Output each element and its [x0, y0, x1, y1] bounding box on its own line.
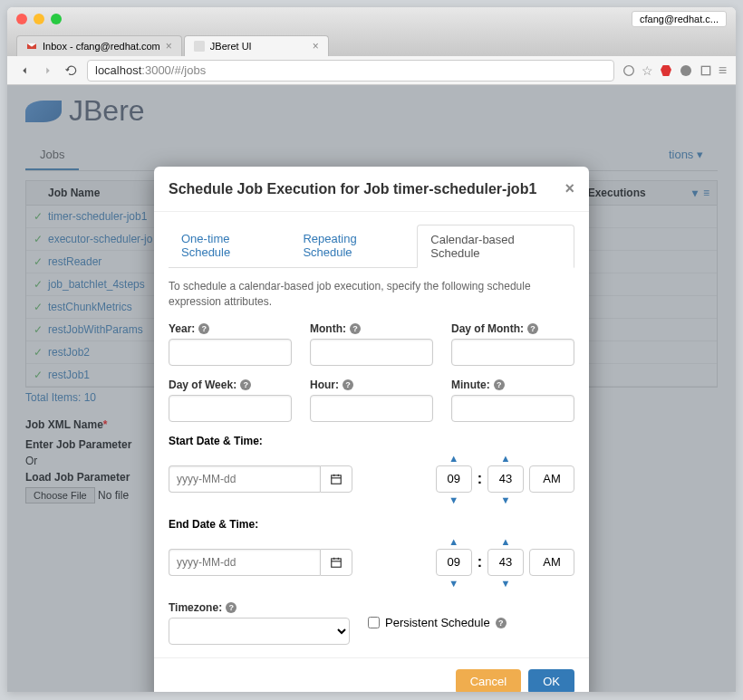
colon: :	[478, 554, 482, 571]
url-actions: ☆ ≡	[622, 62, 727, 79]
svg-rect-5	[332, 475, 342, 484]
end-min-input[interactable]	[487, 549, 524, 576]
help-icon[interactable]: ?	[494, 379, 505, 390]
tab-repeating[interactable]: Repeating Schedule	[290, 225, 417, 267]
modal-title: Schedule Job Execution for Job timer-sch…	[169, 181, 536, 197]
schedule-modal: Schedule Job Execution for Job timer-sch…	[154, 167, 589, 692]
adblock-icon[interactable]	[659, 63, 673, 78]
end-ampm-input[interactable]	[529, 549, 574, 576]
modal-tabs: One-time Schedule Repeating Schedule Cal…	[169, 225, 574, 268]
modal-close-button[interactable]: ×	[564, 179, 574, 198]
close-window-button[interactable]	[16, 14, 27, 24]
modal-backdrop[interactable]: Schedule Job Execution for Job timer-sch…	[7, 85, 736, 692]
help-icon[interactable]: ?	[527, 323, 538, 334]
dow-label: Day of Week:?	[169, 379, 292, 391]
persist-checkbox[interactable]	[368, 617, 380, 628]
arrow-left-icon	[18, 64, 31, 77]
menu-icon[interactable]: ≡	[719, 62, 727, 79]
modal-footer: Cancel OK	[154, 657, 589, 692]
start-ampm-input[interactable]	[529, 465, 574, 493]
help-icon[interactable]: ?	[350, 323, 361, 334]
help-icon[interactable]: ?	[496, 618, 507, 628]
tab-label: JBeret UI	[210, 41, 252, 52]
minute-input[interactable]	[451, 395, 574, 422]
min-up-button[interactable]: ▲	[501, 453, 511, 464]
url-bar: localhost:3000/#/jobs ☆ ≡	[7, 56, 736, 85]
svg-marker-2	[661, 65, 671, 76]
maximize-window-button[interactable]	[51, 14, 62, 24]
modal-header: Schedule Job Execution for Job timer-sch…	[154, 167, 589, 212]
calendar-icon	[330, 473, 343, 485]
year-input[interactable]	[169, 339, 292, 366]
cancel-button[interactable]: Cancel	[456, 669, 521, 692]
end-calendar-button[interactable]	[320, 549, 352, 576]
browser-tab-jberet[interactable]: JBeret UI ×	[184, 35, 329, 56]
tab-onetime[interactable]: One-time Schedule	[169, 225, 290, 267]
svg-rect-4	[701, 66, 709, 74]
year-label: Year:?	[169, 322, 292, 335]
month-input[interactable]	[310, 339, 433, 366]
persist-label: Persistent Schedule	[385, 616, 490, 629]
day-of-month-input[interactable]	[451, 339, 574, 366]
min-down-button[interactable]: ▼	[501, 578, 511, 589]
gmail-icon	[26, 41, 37, 52]
start-label: Start Date & Time:	[169, 435, 574, 447]
titlebar: cfang@redhat.c...	[7, 7, 736, 31]
browser-window: cfang@redhat.c... Inbox - cfang@redhat.c…	[7, 7, 736, 692]
help-icon[interactable]: ?	[226, 602, 236, 613]
hour-input[interactable]	[310, 395, 433, 422]
persist-checkbox-label[interactable]: Persistent Schedule ?	[368, 616, 507, 629]
hour-down-button[interactable]: ▼	[449, 578, 458, 589]
min-up-button[interactable]: ▲	[501, 536, 511, 547]
minimize-window-button[interactable]	[34, 14, 44, 24]
shield-icon[interactable]	[679, 63, 693, 78]
page-icon	[194, 41, 205, 52]
hour-up-button[interactable]: ▲	[449, 536, 458, 547]
help-text: To schedule a calendar-based job executi…	[169, 279, 574, 310]
profile-button[interactable]: cfang@redhat.c...	[632, 11, 727, 27]
day-of-week-input[interactable]	[169, 395, 292, 422]
browser-tab-inbox[interactable]: Inbox - cfang@redhat.com ×	[16, 35, 182, 56]
dom-label: Day of Month:?	[451, 322, 574, 335]
url-host: localhost	[95, 63, 141, 77]
help-icon[interactable]: ?	[343, 379, 353, 390]
end-date-input[interactable]	[169, 549, 320, 576]
start-date-input[interactable]	[169, 465, 320, 493]
start-calendar-button[interactable]	[320, 465, 352, 493]
forward-button[interactable]	[40, 62, 56, 79]
tab-close-icon[interactable]: ×	[313, 40, 319, 53]
minute-label: Minute:?	[451, 379, 574, 391]
end-label: End Date & Time:	[169, 518, 574, 531]
reload-icon	[65, 64, 78, 77]
help-icon[interactable]: ?	[198, 323, 209, 334]
back-button[interactable]	[16, 62, 33, 79]
end-hour-input[interactable]	[436, 549, 472, 576]
reload-button[interactable]	[63, 62, 80, 79]
url-path: :3000/#/jobs	[141, 63, 206, 77]
svg-point-3	[680, 65, 691, 76]
page-content: JBere Jobs tions ▾ Job Name Job Executio…	[7, 85, 736, 692]
min-down-button[interactable]: ▼	[501, 494, 511, 505]
tab-close-icon[interactable]: ×	[166, 40, 172, 53]
help-icon[interactable]: ?	[240, 379, 251, 390]
extension-icon[interactable]	[699, 63, 713, 78]
url-input[interactable]: localhost:3000/#/jobs	[87, 60, 614, 82]
start-hour-input[interactable]	[436, 465, 472, 493]
tab-label: Inbox - cfang@redhat.com	[43, 41, 160, 52]
sync-icon[interactable]	[622, 63, 636, 78]
tab-calendar[interactable]: Calendar-based Schedule	[417, 225, 574, 268]
arrow-right-icon	[42, 64, 54, 77]
tz-label: Timezone:?	[169, 601, 350, 614]
colon: :	[478, 471, 482, 487]
traffic-lights	[16, 14, 62, 24]
start-min-input[interactable]	[487, 465, 524, 493]
hour-up-button[interactable]: ▲	[449, 453, 458, 464]
ok-button[interactable]: OK	[528, 669, 574, 692]
timezone-select[interactable]	[169, 618, 350, 645]
hour-label: Hour:?	[310, 379, 433, 391]
star-icon[interactable]: ☆	[642, 63, 653, 78]
end-time-picker: ▲ ▼ : ▲ ▼ ▲	[436, 536, 574, 589]
svg-rect-9	[332, 559, 342, 567]
calendar-icon	[330, 556, 343, 569]
hour-down-button[interactable]: ▼	[449, 494, 458, 505]
